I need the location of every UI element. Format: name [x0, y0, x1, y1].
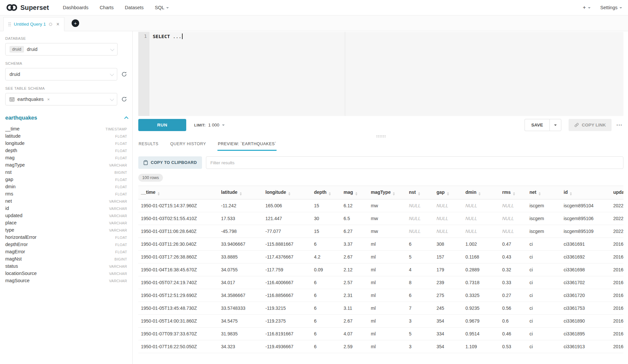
column-header-nst[interactable]: nst: [406, 186, 434, 199]
table-cell: NULL: [434, 199, 463, 212]
sort-icon[interactable]: [447, 192, 449, 195]
column-header-rms[interactable]: rms: [500, 186, 527, 199]
table-column-horizontalerror[interactable]: horizontalErrorFLOAT: [5, 235, 127, 242]
database-select[interactable]: druid druid: [5, 43, 118, 56]
chevron-up-icon[interactable]: [124, 116, 128, 121]
table-column-locationsource[interactable]: locationSourceVARCHAR: [5, 271, 127, 278]
more-options-icon[interactable]: •••: [616, 122, 623, 129]
nav-item-dashboards[interactable]: Dashboards: [63, 5, 88, 10]
table-row[interactable]: 1950-01-05T07:24:19.740Z34.017-116.40066…: [138, 276, 623, 289]
table-column-latitude[interactable]: latitudeFLOAT: [5, 133, 127, 141]
table-row[interactable]: 1950-01-03T11:06:28.640Z-45.798-77.07715…: [138, 225, 623, 238]
column-type: VARCHAR: [109, 207, 127, 211]
copy-link-button[interactable]: COPY LINK: [569, 119, 611, 131]
editor-gutter: 1: [138, 32, 149, 116]
editor-code-line[interactable]: SELECT ...: [149, 32, 623, 116]
sort-icon[interactable]: [570, 192, 572, 195]
column-type: TIMESTAMP: [105, 127, 127, 131]
sort-icon[interactable]: [158, 192, 160, 195]
sort-icon[interactable]: [479, 192, 481, 195]
table-row[interactable]: 1950-01-03T11:26:30.040Z33.9406667-115.8…: [138, 238, 623, 251]
settings-menu[interactable]: Settings: [600, 5, 622, 10]
add-tab-button[interactable]: +: [72, 19, 79, 27]
table-row[interactable]: 1950-01-05T14:00:31.860Z34.5475-119.2375…: [138, 315, 623, 328]
table-row[interactable]: 1950-01-07T09:37:33.670Z31.9835-116.8191…: [138, 328, 623, 340]
table-column-net[interactable]: netVARCHAR: [5, 198, 127, 206]
table-column-magerror[interactable]: magErrorFLOAT: [5, 249, 127, 256]
copy-to-clipboard-button[interactable]: COPY TO CLIPBOARD: [138, 156, 202, 169]
database-label: DATABASE: [5, 36, 127, 40]
table-column-longitude[interactable]: longitudeFLOAT: [5, 141, 127, 148]
sort-icon[interactable]: [393, 192, 395, 195]
sort-icon[interactable]: [329, 192, 331, 195]
sort-icon[interactable]: [288, 192, 290, 195]
resize-handle-icon[interactable]: [376, 135, 386, 137]
nav-item-sql[interactable]: SQL: [155, 5, 169, 10]
close-tab-icon[interactable]: ×: [56, 22, 59, 27]
rowcount-row: 100 rows: [138, 174, 623, 182]
table-column-id[interactable]: idVARCHAR: [5, 206, 127, 213]
column-header-mag[interactable]: mag: [341, 186, 368, 199]
column-header-id[interactable]: id: [561, 186, 611, 199]
table-row[interactable]: 1950-01-04T16:38:45.670Z34.0755-117.7590…: [138, 263, 623, 276]
table-row[interactable]: 1950-01-02T15:14:37.960Z-11.242165.00615…: [138, 199, 623, 212]
save-options-button[interactable]: [550, 119, 561, 131]
refresh-schema-icon[interactable]: [121, 71, 127, 77]
results-tab-preview-earthquakes[interactable]: PREVIEW: `EARTHQUAKES`: [217, 139, 277, 151]
clear-table-icon[interactable]: ×: [47, 97, 50, 102]
sort-icon[interactable]: [539, 192, 541, 195]
table-column-time[interactable]: __timeTIMESTAMP: [5, 126, 127, 133]
table-column-deptherror[interactable]: depthErrorFLOAT: [5, 242, 127, 249]
table-column-updated[interactable]: updatedVARCHAR: [5, 213, 127, 220]
nav-item-charts[interactable]: Charts: [100, 5, 114, 10]
drag-handle-icon[interactable]: [8, 22, 11, 26]
column-header-net[interactable]: net: [527, 186, 561, 199]
table-column-magnst[interactable]: magNstBIGINT: [5, 256, 127, 263]
tab-untitled-query-1[interactable]: Untitled Query 1 ×: [3, 17, 64, 31]
results-tab-query-history[interactable]: QUERY HISTORY: [170, 139, 206, 151]
new-item-button[interactable]: +: [583, 5, 590, 11]
table-column-nst[interactable]: nstBIGINT: [5, 170, 127, 177]
sort-icon[interactable]: [418, 192, 420, 195]
table-column-magtype[interactable]: magTypeVARCHAR: [5, 162, 127, 170]
table-column-rms[interactable]: rmsFLOAT: [5, 191, 127, 198]
column-header-latitude[interactable]: latitude: [218, 186, 263, 199]
column-header-dmin[interactable]: dmin: [463, 186, 500, 199]
table-column-gap[interactable]: gapFLOAT: [5, 177, 127, 184]
sort-icon[interactable]: [240, 192, 242, 195]
table-row[interactable]: 1950-01-03T17:26:38.860Z33.8885-117.4376…: [138, 251, 623, 263]
column-header-gap[interactable]: gap: [434, 186, 463, 199]
column-header-magtype[interactable]: magType: [368, 186, 406, 199]
table-column-dmin[interactable]: dminFLOAT: [5, 184, 127, 191]
sort-icon[interactable]: [513, 192, 515, 195]
table-column-status[interactable]: statusVARCHAR: [5, 263, 127, 271]
table-cell: 0.47: [500, 238, 527, 251]
table-column-depth[interactable]: depthFLOAT: [5, 148, 127, 155]
column-header-time[interactable]: __time: [138, 186, 218, 199]
column-header-updated[interactable]: updated: [611, 186, 623, 199]
refresh-table-icon[interactable]: [121, 96, 127, 102]
table-column-magsource[interactable]: magSourceVARCHAR: [5, 278, 127, 285]
save-button[interactable]: SAVE: [525, 119, 550, 131]
table-column-place[interactable]: placeVARCHAR: [5, 220, 127, 227]
limit-dropdown[interactable]: LIMIT: 1 000: [194, 123, 225, 127]
table-row[interactable]: 1950-01-03T02:51:55.410Z17.533121.447306…: [138, 212, 623, 225]
table-row[interactable]: 1950-01-05T13:45:48.730Z33.5748333-119.3…: [138, 302, 623, 315]
column-header-longitude[interactable]: longitude: [263, 186, 311, 199]
filter-results-input[interactable]: [206, 156, 623, 169]
nav-item-datasets[interactable]: Datasets: [125, 5, 144, 10]
table-column-type[interactable]: typeVARCHAR: [5, 227, 127, 235]
superset-logo[interactable]: Superset: [6, 4, 49, 11]
sql-editor[interactable]: 1 SELECT ...: [138, 32, 623, 116]
table-column-mag[interactable]: magFLOAT: [5, 155, 127, 162]
table-schema-header[interactable]: earthquakes: [5, 115, 127, 121]
run-button[interactable]: RUN: [138, 119, 186, 131]
schema-select[interactable]: druid: [5, 68, 117, 80]
table-select[interactable]: earthquakes ×: [5, 93, 117, 105]
table-row[interactable]: 1950-01-05T12:51:29.690Z34.3586667-116.8…: [138, 289, 623, 302]
table-row[interactable]: 1950-01-07T16:22:50.050Z34.323-119.49366…: [138, 340, 623, 353]
sort-icon[interactable]: [355, 192, 357, 195]
results-tab-results[interactable]: RESULTS: [138, 139, 159, 151]
column-header-depth[interactable]: depth: [311, 186, 341, 199]
chevron-down-icon: [588, 7, 591, 9]
